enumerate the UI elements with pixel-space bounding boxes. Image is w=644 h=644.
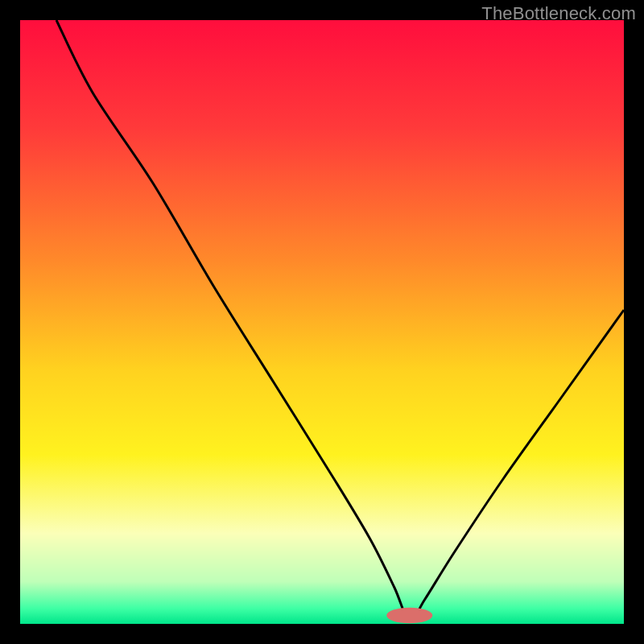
bottleneck-plot <box>20 20 624 624</box>
plot-background <box>20 20 624 624</box>
watermark-text: TheBottleneck.com <box>481 3 636 24</box>
plot-svg <box>20 20 624 624</box>
optimum-marker <box>386 608 432 624</box>
chart-frame: TheBottleneck.com <box>0 0 644 644</box>
